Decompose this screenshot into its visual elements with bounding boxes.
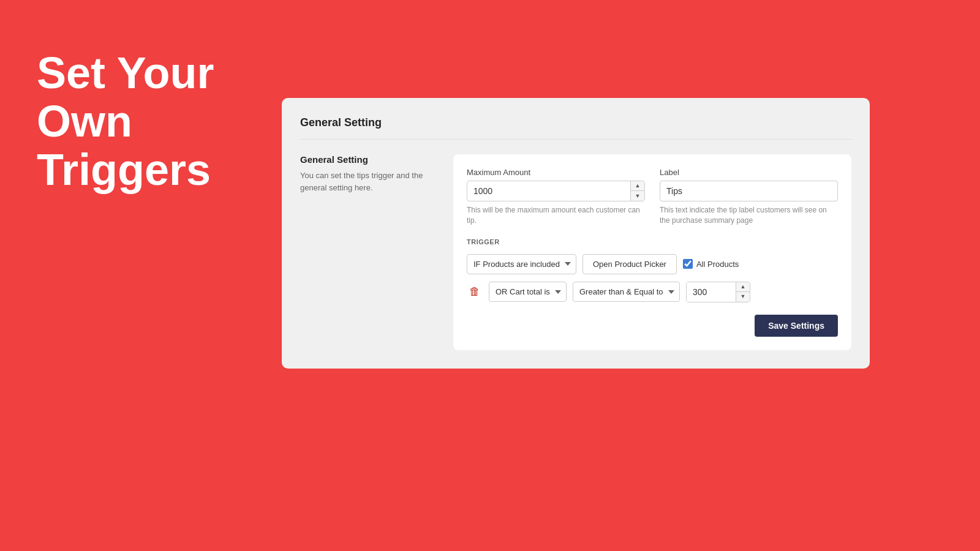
max-amount-group: Maximum Amount ▲ ▼ This will be the maxi… (467, 168, 645, 226)
left-section: General Setting You can set the tips tri… (300, 154, 435, 350)
max-amount-label: Maximum Amount (467, 168, 645, 177)
amount-spin-buttons: ▲ ▼ (736, 282, 750, 302)
save-btn-row: Save Settings (467, 315, 838, 337)
max-amount-spin-up[interactable]: ▲ (631, 181, 644, 191)
settings-panel: General Setting General Setting You can … (282, 98, 870, 369)
trigger-row-2: 🗑 OR Cart total is Greater than & Equal … (467, 282, 838, 302)
save-settings-button[interactable]: Save Settings (755, 315, 838, 337)
trash-icon: 🗑 (469, 285, 480, 298)
trigger-section: TRIGGER IF Products are included Open Pr… (467, 238, 838, 302)
hero-line2: Own (37, 97, 132, 146)
amount-spin-up[interactable]: ▲ (736, 282, 750, 292)
left-description: You can set the tips trigger and the gen… (300, 170, 435, 193)
max-amount-spin-buttons: ▲ ▼ (630, 181, 644, 201)
amount-input[interactable] (687, 282, 736, 302)
panel-body: General Setting You can set the tips tri… (300, 154, 851, 350)
max-amount-hint: This will be the maximum amount each cus… (467, 205, 645, 226)
max-amount-input[interactable] (467, 181, 630, 201)
label-hint: This text indicate the tip label custome… (660, 205, 838, 226)
label-field-label: Label (660, 168, 838, 177)
label-input-wrapper (660, 181, 838, 201)
amount-input-wrapper: ▲ ▼ (686, 282, 750, 302)
greater-than-equal-select[interactable]: Greater than & Equal to (573, 282, 680, 302)
left-heading: General Setting (300, 154, 435, 165)
delete-trigger-button[interactable]: 🗑 (467, 283, 483, 301)
panel-title: General Setting (300, 116, 851, 140)
hero-line1: Set Your (37, 48, 214, 97)
label-input[interactable] (660, 181, 837, 201)
label-group: Label This text indicate the tip label c… (660, 168, 838, 226)
hero-line3: Triggers (37, 145, 211, 194)
max-amount-spin-down[interactable]: ▼ (631, 191, 644, 201)
right-section: Maximum Amount ▲ ▼ This will be the maxi… (453, 154, 851, 350)
fields-row: Maximum Amount ▲ ▼ This will be the maxi… (467, 168, 838, 226)
trigger-row-1: IF Products are included Open Product Pi… (467, 254, 838, 274)
hero-text: Set Your Own Triggers (37, 49, 214, 195)
all-products-checkbox-group: All Products (683, 259, 739, 269)
all-products-checkbox[interactable] (683, 259, 693, 269)
max-amount-input-wrapper: ▲ ▼ (467, 181, 645, 201)
all-products-label: All Products (696, 260, 739, 269)
open-product-picker-button[interactable]: Open Product Picker (582, 254, 677, 274)
if-products-select[interactable]: IF Products are included (467, 254, 576, 274)
trigger-label: TRIGGER (467, 238, 838, 246)
amount-spin-down[interactable]: ▼ (736, 292, 750, 302)
or-cart-total-select[interactable]: OR Cart total is (489, 282, 567, 302)
